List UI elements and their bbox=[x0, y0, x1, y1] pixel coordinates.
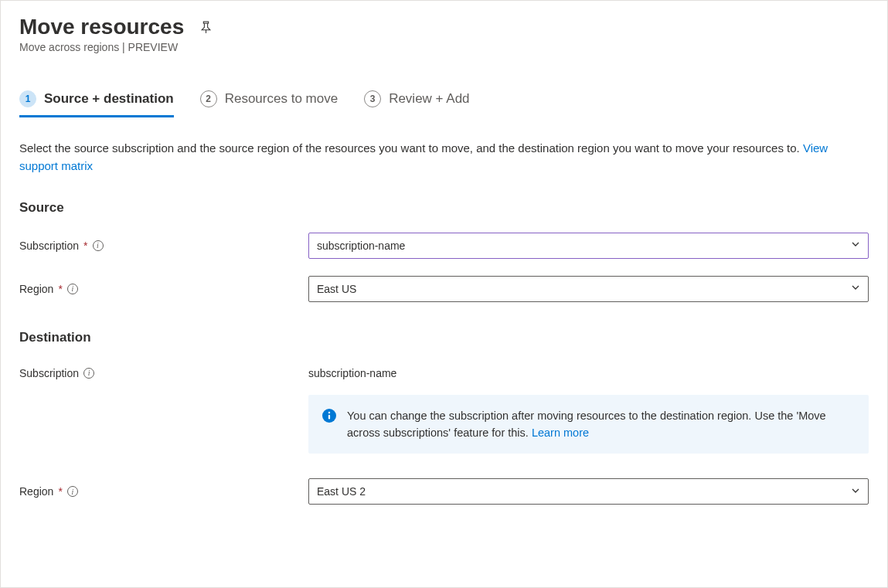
destination-subscription-control: subscription-name bbox=[308, 367, 869, 379]
destination-subscription-label-cell: Subscription i bbox=[19, 367, 308, 379]
destination-subscription-row: Subscription i subscription-name bbox=[19, 367, 869, 379]
info-box-text: You can change the subscription after mo… bbox=[347, 407, 855, 442]
source-region-control: East US bbox=[308, 276, 869, 302]
tab-source-destination[interactable]: 1 Source + destination bbox=[19, 90, 174, 117]
required-indicator: * bbox=[83, 240, 87, 252]
info-icon[interactable]: i bbox=[67, 486, 78, 497]
description-text: Select the source subscription and the s… bbox=[19, 139, 869, 175]
info-icon[interactable]: i bbox=[67, 284, 78, 294]
dropdown-value: subscription-name bbox=[317, 240, 405, 252]
source-heading: Source bbox=[19, 200, 869, 216]
destination-region-control: East US 2 bbox=[308, 478, 869, 505]
info-box: You can change the subscription after mo… bbox=[308, 395, 869, 454]
tab-label: Review + Add bbox=[389, 91, 469, 107]
destination-region-row: Region * i East US 2 bbox=[19, 478, 869, 505]
source-region-label: Region bbox=[19, 283, 53, 295]
tab-resources-to-move[interactable]: 2 Resources to move bbox=[200, 90, 338, 117]
dropdown-value: East US bbox=[317, 283, 356, 295]
learn-more-link[interactable]: Learn more bbox=[532, 427, 589, 439]
source-subscription-control: subscription-name bbox=[308, 233, 869, 259]
destination-region-label-cell: Region * i bbox=[19, 485, 308, 498]
wizard-tabs: 1 Source + destination 2 Resources to mo… bbox=[19, 90, 869, 117]
destination-subscription-label: Subscription bbox=[19, 367, 79, 379]
svg-rect-4 bbox=[328, 414, 330, 419]
svg-point-3 bbox=[328, 411, 330, 413]
dropdown-value: East US 2 bbox=[317, 485, 366, 498]
page-subtitle: Move across regions | PREVIEW bbox=[19, 41, 869, 53]
info-icon[interactable]: i bbox=[83, 368, 94, 379]
step-number: 3 bbox=[364, 90, 381, 107]
destination-region-dropdown[interactable]: East US 2 bbox=[308, 478, 869, 505]
info-circle-icon bbox=[322, 409, 336, 423]
step-number: 1 bbox=[19, 90, 36, 107]
svg-rect-0 bbox=[204, 22, 209, 23]
required-indicator: * bbox=[58, 485, 62, 498]
source-region-label-cell: Region * i bbox=[19, 283, 308, 295]
pin-icon[interactable] bbox=[199, 21, 213, 36]
required-indicator: * bbox=[58, 283, 62, 295]
info-icon[interactable]: i bbox=[93, 240, 104, 251]
destination-subscription-value: subscription-name bbox=[308, 367, 396, 379]
chevron-down-icon bbox=[851, 283, 860, 294]
page-title: Move resources bbox=[19, 15, 184, 39]
description-body: Select the source subscription and the s… bbox=[19, 141, 803, 155]
source-subscription-row: Subscription * i subscription-name bbox=[19, 233, 869, 259]
source-subscription-label-cell: Subscription * i bbox=[19, 240, 308, 252]
chevron-down-icon bbox=[851, 240, 860, 251]
source-region-row: Region * i East US bbox=[19, 276, 869, 302]
tab-label: Source + destination bbox=[44, 91, 174, 107]
page-container: Move resources Move across regions | PRE… bbox=[0, 0, 888, 588]
source-subscription-dropdown[interactable]: subscription-name bbox=[308, 233, 869, 259]
source-region-dropdown[interactable]: East US bbox=[308, 276, 869, 302]
step-number: 2 bbox=[200, 90, 217, 107]
destination-heading: Destination bbox=[19, 330, 869, 345]
source-subscription-label: Subscription bbox=[19, 240, 79, 252]
header-row: Move resources bbox=[19, 15, 869, 39]
chevron-down-icon bbox=[851, 486, 860, 498]
tab-label: Resources to move bbox=[225, 91, 338, 107]
destination-region-label: Region bbox=[19, 485, 53, 498]
tab-review-add[interactable]: 3 Review + Add bbox=[364, 90, 469, 117]
